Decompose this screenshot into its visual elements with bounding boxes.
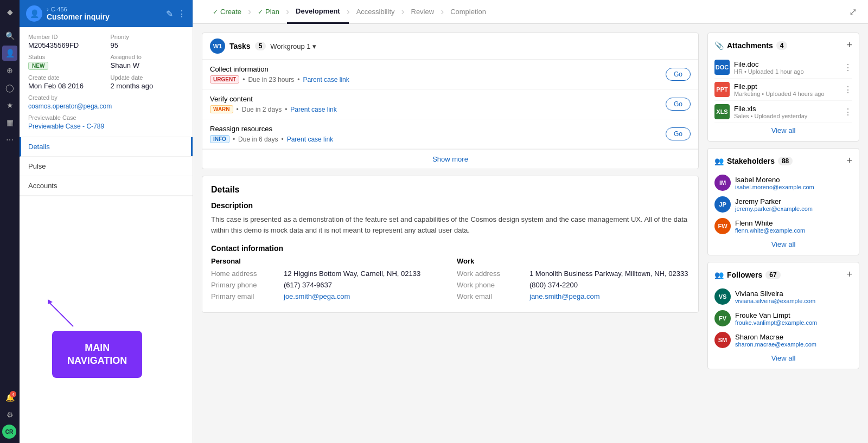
xls-more-button[interactable]: ⋮	[844, 107, 852, 117]
details-card: Details Description This case is present…	[202, 176, 699, 313]
show-more-button[interactable]: Show more	[202, 149, 698, 169]
breadcrumb: › C-456	[47, 6, 110, 12]
attachment-info-xls: File.xls Sales • Uploaded yesterday	[734, 105, 807, 119]
follower-item-2: FV Frouke Van Limpt frouke.vanlimpt@exam…	[714, 307, 852, 329]
center-panel: W1 Tasks 5 Workgroup 1 ▾ Collect informa…	[202, 33, 699, 434]
previewable-link[interactable]: Previewable Case - C-789	[28, 123, 104, 130]
stakeholder-email-3[interactable]: flenn.white@example.com	[735, 227, 805, 234]
parent-case-link-2[interactable]: Parent case link	[290, 106, 336, 113]
progress-step-accessibility[interactable]: Accessibility	[348, 0, 404, 24]
work-email-link[interactable]: jane.smith@pega.com	[529, 292, 690, 300]
urgent-badge: URGENT	[210, 75, 239, 84]
attachment-left-ppt: PPT File.ppt Marketing • Uploaded 4 hour…	[714, 82, 825, 97]
create-date-field: Create date Mon Feb 08 2016	[28, 74, 102, 90]
member-id-value: M205435569FD	[28, 41, 102, 49]
work-phone-row: Work phone (800) 374-2200	[457, 281, 690, 289]
progress-step-plan[interactable]: ✓ Plan	[249, 0, 288, 24]
created-by-link[interactable]: cosmos.operator@pega.com	[28, 102, 112, 110]
more-options-icon[interactable]: ⋮	[177, 9, 186, 19]
primary-phone-value: (617) 374-9637	[284, 281, 444, 289]
stakeholder-name-1: Isabel Moreno	[735, 176, 814, 184]
progress-step-review[interactable]: Review	[403, 0, 443, 24]
sidebar-item-accounts[interactable]: Accounts	[20, 176, 193, 196]
settings-icon[interactable]: ⚙	[2, 407, 17, 422]
attachments-view-all[interactable]: View all	[714, 126, 852, 134]
due-date-3: Due in 6 days	[238, 136, 278, 143]
task-name-2: Verify content	[210, 95, 337, 103]
follower-email-3[interactable]: sharon.macrae@example.com	[735, 341, 816, 348]
follower-email-2[interactable]: frouke.vanlimpt@example.com	[735, 319, 817, 326]
stakeholders-view-all[interactable]: View all	[714, 240, 852, 248]
primary-email-label: Primary email	[211, 292, 282, 300]
progress-step-create[interactable]: ✓ Create	[204, 0, 250, 24]
create-date-label: Create date	[28, 74, 102, 81]
go-button-3[interactable]: Go	[666, 127, 691, 140]
stakeholder-name-2: Jeremy Parker	[735, 197, 813, 206]
sidebar-item-pulse[interactable]: Pulse	[20, 157, 193, 176]
xls-file-icon: XLS	[714, 104, 730, 119]
user-icon[interactable]: 👤	[2, 46, 17, 61]
doc-filename[interactable]: File.doc	[734, 60, 804, 68]
parent-case-link-1[interactable]: Parent case link	[303, 76, 349, 84]
personal-section: Personal Home address 12 Higgins Bottom …	[211, 257, 444, 304]
follower-email-1[interactable]: viviana.silveira@example.com	[735, 298, 815, 304]
home-address-label: Home address	[211, 269, 282, 278]
task-name-3: Reassign resources	[210, 125, 333, 133]
sidebar-header-title: › C-456 Customer inquiry	[47, 6, 110, 21]
add-attachment-button[interactable]: +	[846, 40, 852, 51]
update-date-field: Update date 2 months ago	[111, 74, 184, 90]
previewable-label: Previewable Case	[28, 114, 184, 121]
xls-filename[interactable]: File.xls	[734, 105, 807, 113]
ppt-filename[interactable]: File.ppt	[734, 82, 825, 91]
followers-view-all[interactable]: View all	[714, 354, 852, 362]
app-logo-icon[interactable]: ◆	[2, 4, 17, 20]
tasks-header: W1 Tasks 5 Workgroup 1 ▾	[202, 33, 698, 60]
stakeholder-email-1[interactable]: isabel.moreno@example.com	[735, 184, 814, 190]
due-text-1: •	[242, 76, 245, 84]
task-info-3: Reassign resources INFO • Due in 6 days …	[210, 125, 333, 143]
star-icon[interactable]: ★	[2, 98, 17, 113]
go-button-2[interactable]: Go	[666, 98, 691, 111]
user-avatar[interactable]: CR	[2, 425, 16, 439]
stakeholder-item-1: IM Isabel Moreno isabel.moreno@example.c…	[714, 172, 852, 194]
primary-phone-label: Primary phone	[211, 281, 282, 289]
stakeholder-info-2: Jeremy Parker jeremy.parker@example.com	[735, 197, 813, 212]
work-address-value: 1 Monolith Business Parkway, Milltown, N…	[529, 269, 690, 278]
more-icon[interactable]: ⋯	[2, 132, 17, 147]
ppt-more-button[interactable]: ⋮	[844, 85, 852, 95]
task-row-2: Verify content WARN • Due in 2 days • Pa…	[202, 89, 698, 119]
expand-icon[interactable]: ⤢	[849, 6, 857, 18]
stakeholders-icon: 👥	[714, 157, 724, 165]
tasks-count-badge: 5	[255, 42, 266, 50]
go-button-1[interactable]: Go	[666, 68, 691, 81]
search-icon[interactable]: 🔍	[2, 28, 17, 43]
case-avatar: 👤	[26, 5, 42, 22]
ppt-meta: Marketing • Uploaded 4 hours ago	[734, 91, 825, 97]
attachments-count: 4	[776, 41, 788, 50]
circle-icon[interactable]: ◯	[2, 80, 17, 95]
primary-email-link[interactable]: joe.smith@pega.com	[284, 292, 444, 300]
task-row-3: Reassign resources INFO • Due in 6 days …	[202, 119, 698, 149]
create-icon[interactable]: ⊕	[2, 63, 17, 78]
parent-case-link-3[interactable]: Parent case link	[287, 136, 333, 143]
follower-name-2: Frouke Van Limpt	[735, 311, 817, 319]
add-follower-button[interactable]: +	[846, 269, 852, 280]
stakeholder-email-2[interactable]: jeremy.parker@example.com	[735, 206, 813, 212]
task-row: Collect information URGENT • Due in 23 h…	[202, 60, 698, 89]
created-by-field: Created by cosmos.operator@pega.com	[28, 94, 184, 110]
work-section: Work Work address 1 Monolith Business Pa…	[457, 257, 690, 304]
home-address-value: 12 Higgins Bottom Way, Carnell, NH, 0213…	[284, 269, 444, 278]
notification-icon[interactable]: 🔔 4	[2, 390, 17, 405]
sidebar-item-details[interactable]: Details	[20, 137, 193, 157]
stakeholder-info-1: Isabel Moreno isabel.moreno@example.com	[735, 176, 814, 190]
attachment-info-doc: File.doc HR • Uploaded 1 hour ago	[734, 60, 804, 75]
doc-more-button[interactable]: ⋮	[844, 62, 852, 73]
primary-phone-row: Primary phone (617) 374-9637	[211, 281, 444, 289]
grid-icon[interactable]: ▦	[2, 115, 17, 130]
workgroup-select[interactable]: Workgroup 1 ▾	[270, 42, 316, 50]
edit-icon[interactable]: ✎	[166, 9, 173, 19]
progress-step-development[interactable]: Development	[287, 0, 349, 24]
assigned-field: Assigned to Shaun W	[111, 54, 184, 70]
add-stakeholder-button[interactable]: +	[846, 155, 852, 166]
progress-step-completion[interactable]: Completion	[442, 0, 495, 24]
